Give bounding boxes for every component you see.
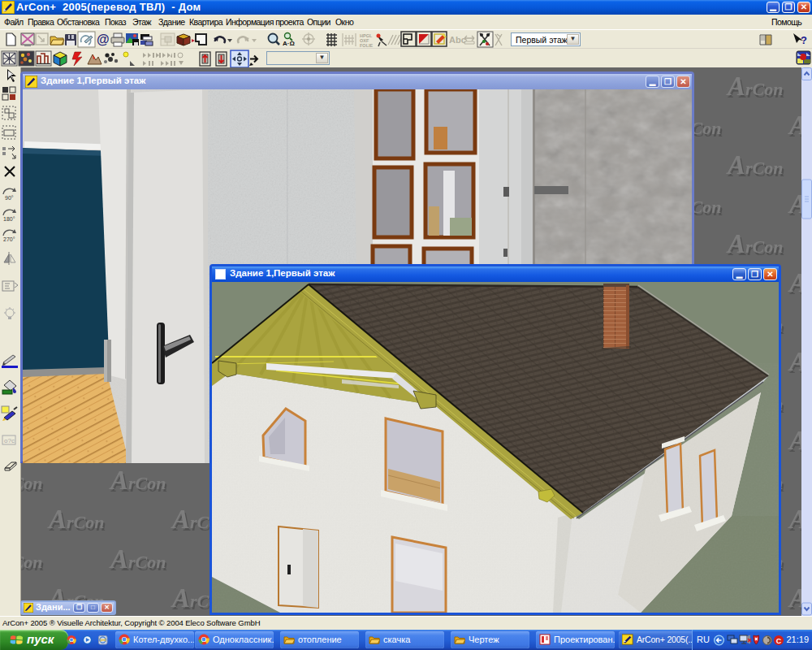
svg-text:90°: 90° xyxy=(5,195,14,201)
svg-text:270°: 270° xyxy=(3,236,15,242)
svg-text:C: C xyxy=(776,637,782,645)
svg-text:o?c: o?c xyxy=(4,437,15,444)
svg-text:Abc: Abc xyxy=(449,35,466,45)
svg-text:A·Ω: A·Ω xyxy=(283,40,295,47)
svg-text:180°: 180° xyxy=(3,216,15,222)
svg-text:@: @ xyxy=(97,32,110,46)
svg-text:?: ? xyxy=(801,34,807,46)
